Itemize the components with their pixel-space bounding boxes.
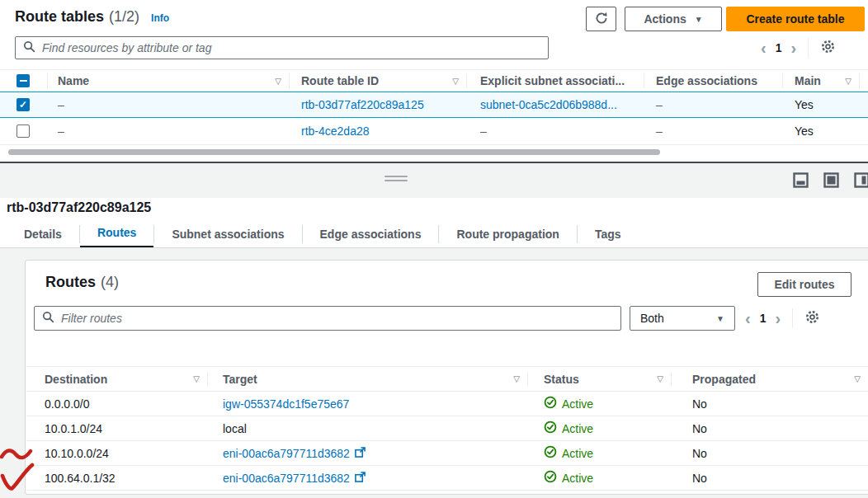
sort-icon[interactable]: ▽ <box>845 77 851 86</box>
search-input[interactable] <box>42 41 540 54</box>
page-number: 1 <box>776 41 782 54</box>
next-page-icon[interactable]: › <box>775 310 781 327</box>
route-scope-select[interactable]: Both ▼ <box>630 306 735 331</box>
column-header-target[interactable]: Target ▽ <box>207 367 527 391</box>
status-cell: Active <box>527 441 671 465</box>
target-cell: local <box>207 416 527 440</box>
divider <box>792 308 793 328</box>
split-panel-side-icon[interactable] <box>854 172 868 190</box>
tab-route-propagation[interactable]: Route propagation <box>439 219 576 248</box>
sort-icon[interactable]: ▽ <box>513 374 520 383</box>
target-cell: igw-055374dc1f5e75e67 <box>207 392 527 416</box>
route-row: 100.64.0.1/32 eni-00ac6a797711d3682 <box>26 466 868 491</box>
route-table-id-cell: rtb-03d77af220c89a125 <box>289 92 466 117</box>
route-row: 10.10.0.0/24 eni-00ac6a797711d3682 <box>26 441 868 466</box>
route-table-id-cell: rtb-4ce2da28 <box>289 118 466 144</box>
check-icon: ✓ <box>19 99 27 110</box>
route-row: 0.0.0.0/0 igw-055374dc1f5e75e67 Active N… <box>26 392 868 416</box>
target-cell: eni-00ac6a797711d3682 <box>207 441 527 465</box>
tab-edge-associations[interactable]: Edge associations <box>303 219 439 248</box>
prev-page-icon[interactable]: ‹ <box>745 310 751 327</box>
target-cell: eni-00ac6a797711d3682 <box>207 466 527 490</box>
table-row[interactable]: ✓ – rtb-03d77af220c89a125 subnet-0ca5c2d… <box>0 92 868 118</box>
info-link[interactable]: Info <box>151 12 169 24</box>
sort-icon[interactable]: ▽ <box>193 374 200 383</box>
status-cell: Active <box>527 416 671 440</box>
column-header-explicit-subnet[interactable]: Explicit subnet associati... <box>466 70 644 92</box>
page-title-text: Route tables <box>15 8 104 26</box>
actions-button-label: Actions <box>644 12 686 26</box>
refresh-button[interactable] <box>586 7 616 31</box>
route-row: 10.0.1.0/24 local Active No <box>26 416 868 441</box>
horizontal-scrollbar[interactable] <box>8 149 660 155</box>
target-link[interactable]: eni-00ac6a797711d3682 <box>223 447 366 460</box>
table-pagination: ‹ 1 › <box>761 37 836 59</box>
refresh-icon <box>594 11 609 28</box>
column-header-route-table-id[interactable]: Route table ID ▽ <box>289 70 466 92</box>
sort-icon[interactable]: ▽ <box>854 374 861 383</box>
sort-icon[interactable]: ▽ <box>657 374 663 383</box>
column-header-name[interactable]: Name ▽ <box>47 70 289 92</box>
edge-associations-cell: – <box>644 92 782 117</box>
create-route-table-label: Create route table <box>746 12 844 26</box>
edit-routes-button[interactable]: Edit routes <box>757 272 851 297</box>
actions-button[interactable]: Actions ▼ <box>625 7 722 31</box>
split-panel-bottom-icon[interactable] <box>793 172 809 190</box>
split-panel-full-icon[interactable] <box>823 172 839 190</box>
subnet-link[interactable]: subnet-0ca5c2d06b988d... <box>480 98 617 111</box>
tab-subnet-associations[interactable]: Subnet associations <box>154 219 301 248</box>
panel-drag-handle[interactable] <box>384 176 408 184</box>
row-checkbox[interactable] <box>17 124 30 138</box>
gear-icon[interactable] <box>804 309 820 327</box>
gear-icon[interactable] <box>820 39 836 57</box>
tab-tags[interactable]: Tags <box>578 219 639 248</box>
column-header-propagated[interactable]: Propagated ▽ <box>671 367 868 391</box>
sort-icon[interactable]: ▽ <box>452 77 459 86</box>
route-table-id-link[interactable]: rtb-03d77af220c89a125 <box>301 98 424 111</box>
prev-page-icon[interactable]: ‹ <box>761 40 767 56</box>
next-page-icon[interactable]: › <box>790 40 796 56</box>
target-link[interactable]: eni-00ac6a797711d3682 <box>223 472 366 485</box>
propagated-cell: No <box>671 441 868 465</box>
main-cell: Yes <box>782 92 859 117</box>
routes-filter-input[interactable] <box>61 312 613 325</box>
create-route-table-button[interactable]: Create route table <box>726 7 865 31</box>
resource-search <box>15 36 549 59</box>
column-header-destination[interactable]: Destination ▽ <box>26 367 207 391</box>
routes-header-row: Destination ▽ Target ▽ Status ▽ Propagat… <box>26 366 868 392</box>
target-link[interactable]: igw-055374dc1f5e75e67 <box>223 397 349 411</box>
route-scope-value: Both <box>640 312 664 325</box>
divider <box>808 38 809 58</box>
destination-cell: 100.64.0.1/32 <box>26 466 207 490</box>
name-cell: – <box>47 118 289 144</box>
status-ok-icon <box>544 396 557 411</box>
detail-panel-title: rtb-03d77af220c89a125 <box>7 200 151 215</box>
tab-details[interactable]: Details <box>7 219 79 248</box>
status-ok-icon <box>544 420 557 436</box>
page-title: Route tables (1/2) Info <box>15 8 169 26</box>
column-header-stub <box>859 70 868 92</box>
column-header-main[interactable]: Main ▽ <box>782 70 859 92</box>
route-tables-header-row: Name ▽ Route table ID ▽ Explicit subnet … <box>0 69 868 92</box>
column-header-edge-associations[interactable]: Edge associations <box>644 70 782 92</box>
chevron-down-icon: ▼ <box>716 314 724 323</box>
routes-card: Routes (4) Edit routes Both ▼ ‹ 1 › <box>25 260 868 495</box>
select-all-checkbox[interactable] <box>17 74 30 87</box>
table-row[interactable]: – rtb-4ce2da28 – – Yes <box>0 118 868 145</box>
tab-routes[interactable]: Routes <box>80 219 153 248</box>
route-table-id-link[interactable]: rtb-4ce2da28 <box>301 124 370 138</box>
page-number: 1 <box>760 312 767 325</box>
detail-tabs: Details Routes Subnet associations Edge … <box>7 219 639 248</box>
status-label: Active <box>562 447 593 460</box>
chevron-down-icon: ▼ <box>695 15 703 24</box>
sort-icon[interactable]: ▽ <box>275 77 281 86</box>
routes-filter <box>34 306 621 331</box>
route-tables-table: Name ▽ Route table ID ▽ Explicit subnet … <box>0 69 868 145</box>
status-label: Active <box>562 422 593 435</box>
row-checkbox[interactable]: ✓ <box>17 98 30 111</box>
search-icon <box>42 311 54 326</box>
split-panel-bar <box>0 163 868 198</box>
column-header-status[interactable]: Status ▽ <box>527 367 671 391</box>
propagated-cell: No <box>671 392 868 416</box>
explicit-subnet-cell: subnet-0ca5c2d06b988d... <box>466 92 644 117</box>
